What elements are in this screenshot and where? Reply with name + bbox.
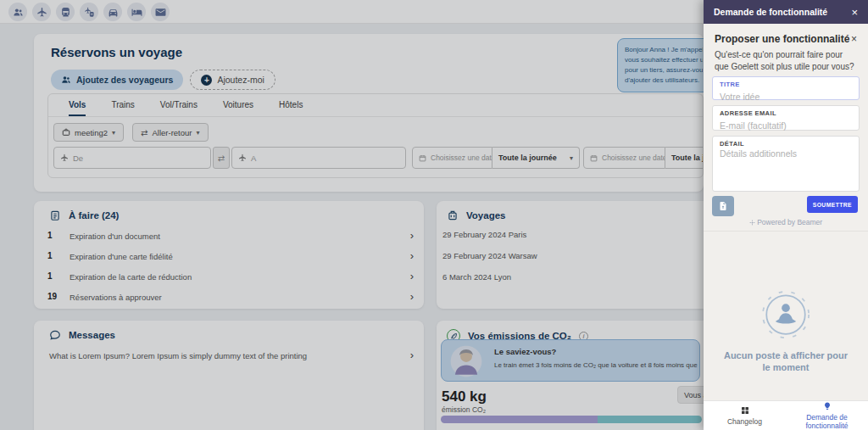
calendar-icon xyxy=(590,154,598,162)
co2-bar-train-segment xyxy=(441,416,598,423)
message-item[interactable]: What is Lorem Ipsum? Lorem Ipsum is simp… xyxy=(34,346,424,366)
co2-bar-other-segment xyxy=(598,416,702,423)
empty-state-text: Aucun poste à afficher pour le moment xyxy=(721,349,851,374)
return-date-field[interactable]: Choisissez une date xyxy=(583,147,665,169)
beamer-icon xyxy=(749,220,755,226)
toolbar-hotel-button[interactable] xyxy=(127,3,146,21)
messages-title: Messages xyxy=(69,330,115,340)
swap-origin-destination-button[interactable]: ⇄ xyxy=(213,147,230,169)
return-date-placeholder: Choisissez une date xyxy=(602,154,665,162)
speech-bubble-icon xyxy=(49,329,61,341)
tab-trains[interactable]: Trains xyxy=(111,94,134,116)
panel-close-icon[interactable]: × xyxy=(851,7,858,18)
trip-purpose-value: meeting2 xyxy=(75,128,108,137)
trip-item-paris[interactable]: 29 February 2024 Paris xyxy=(442,230,526,239)
chevron-down-icon: ▾ xyxy=(570,154,573,162)
powered-by-text: Powered by Beamer xyxy=(757,218,822,226)
chevron-right-icon: › xyxy=(410,249,414,262)
detail-textarea[interactable] xyxy=(720,148,852,179)
calendar-icon xyxy=(419,154,426,162)
todo-count: 1 xyxy=(47,251,64,260)
app-root: Réservons un voyage Ajoutez des voyageur… xyxy=(0,0,868,430)
detail-field-label: DÉTAIL xyxy=(720,140,852,148)
bubble-line: pour un tiers, assurez-vous d' xyxy=(625,65,703,75)
advisor-avatar xyxy=(448,343,484,379)
return-time-value: Toute la journée xyxy=(671,154,704,162)
chevron-right-icon: › xyxy=(410,229,414,242)
message-text: What is Lorem Ipsum? Lorem Ipsum is simp… xyxy=(49,351,307,360)
chevron-right-icon: › xyxy=(410,349,414,361)
trip-item-lyon[interactable]: 6 March 2024 Lyon xyxy=(442,272,511,282)
toolbar-car-button[interactable] xyxy=(103,3,122,21)
chevron-down-icon: ▾ xyxy=(112,129,115,137)
trip-purpose-dropdown[interactable]: meeting2 ▾ xyxy=(53,123,124,142)
todo-card-header: À faire (24) xyxy=(49,209,119,221)
messages-card: Messages What is Lorem Ipsum? Lorem Ipsu… xyxy=(34,321,424,430)
transport-tabs: Vols Trains Vol/Trains Voitures Hôtels xyxy=(48,94,703,117)
add-me-label: Ajoutez-moi xyxy=(217,75,264,85)
origin-placeholder: De xyxy=(73,154,83,163)
search-form-card: Vols Trains Vol/Trains Voitures Hôtels m… xyxy=(47,93,704,178)
train-icon xyxy=(60,7,71,18)
trip-item-warsaw[interactable]: 29 February 2024 Warsaw xyxy=(442,251,537,260)
toolbar-train-button[interactable] xyxy=(56,3,75,21)
trips-card-header: Voyages xyxy=(447,209,505,221)
hotel-icon xyxy=(131,7,142,18)
toolbar-flight-train-button[interactable] xyxy=(80,3,98,21)
flight-train-icon xyxy=(84,7,95,18)
idea-icon xyxy=(822,401,832,411)
add-travelers-label: Ajoutez des voyageurs xyxy=(76,75,173,85)
car-icon xyxy=(108,7,119,18)
attach-file-button[interactable] xyxy=(712,196,734,216)
panel-bottom-tabs: Changelog Demande de fonctionnalité xyxy=(704,400,868,430)
empty-state-meditation-icon xyxy=(756,285,815,344)
origin-field[interactable]: De xyxy=(53,147,211,169)
co2-card: Vos émissions de CO₂ i Le saviez-vous? L… xyxy=(437,321,704,430)
email-input[interactable] xyxy=(720,120,852,131)
trip-direction-dropdown[interactable]: ⇄ Aller-retour ▾ xyxy=(132,123,208,142)
mail-check-icon xyxy=(155,7,166,18)
tab-hotels[interactable]: Hôtels xyxy=(279,94,303,116)
todo-item-approvals[interactable]: 19 Réservations à approuver › xyxy=(34,288,424,308)
tab-vols[interactable]: Vols xyxy=(69,94,86,116)
chevron-right-icon: › xyxy=(410,290,414,303)
return-time-dropdown[interactable]: Toute la journée xyxy=(665,147,704,169)
todo-item-discount-card-expiry[interactable]: 1 Expiration de la carte de réduction › xyxy=(34,267,424,288)
tab-feature-request-label: Demande de fonctionnalité xyxy=(786,413,868,430)
panel-divider xyxy=(704,231,868,232)
toolbar-users-button[interactable] xyxy=(8,3,27,21)
add-me-button[interactable]: + Ajoutez-moi xyxy=(190,70,275,90)
todo-card: À faire (24) 1 Expiration d'un document … xyxy=(34,201,424,309)
submit-button[interactable]: SOUMETTRE xyxy=(807,196,858,213)
departure-date-field[interactable]: Choisissez une date xyxy=(412,147,492,169)
title-input[interactable] xyxy=(720,91,852,102)
toolbar-approvals-button[interactable] xyxy=(151,3,170,21)
destination-field[interactable]: A xyxy=(231,147,406,169)
tab-changelog[interactable]: Changelog xyxy=(704,401,786,430)
departure-time-dropdown[interactable]: Toute la journée ▾ xyxy=(492,147,580,169)
todo-label: Expiration d'une carte fidélité xyxy=(70,252,173,261)
tab-voitures[interactable]: Voitures xyxy=(223,94,253,116)
co2-tip-box: Le saviez-vous? Le train émet 3 fois moi… xyxy=(441,339,700,382)
tab-vol-trains[interactable]: Vol/Trains xyxy=(160,94,198,116)
swap-icon: ⇄ xyxy=(141,128,147,137)
todo-count: 1 xyxy=(47,271,64,281)
clipboard-icon xyxy=(49,209,61,221)
form-title: Proposer une fonctionnalité xyxy=(715,33,849,45)
title-field-label: TITRE xyxy=(720,81,852,88)
chevron-down-icon: ▾ xyxy=(197,129,200,137)
todo-item-loyalty-card-expiry[interactable]: 1 Expiration d'une carte fidélité › xyxy=(34,247,424,267)
tab-feature-request[interactable]: Demande de fonctionnalité xyxy=(786,401,868,430)
panel-title: Demande de fonctionnalité xyxy=(714,7,827,17)
add-travelers-button[interactable]: Ajoutez des voyageurs xyxy=(51,70,183,90)
form-close-icon[interactable]: × xyxy=(851,34,857,44)
todo-count: 19 xyxy=(47,292,64,301)
bubble-line: vous souhaitez effectuer une xyxy=(625,55,703,65)
toolbar-flight-button[interactable] xyxy=(32,3,51,21)
email-field-label: ADRESSE EMAIL xyxy=(720,109,852,117)
bubble-line: d'ajouter des utilisateurs. xyxy=(625,75,703,86)
todo-count: 1 xyxy=(47,231,64,240)
panel-header: Demande de fonctionnalité × xyxy=(704,0,868,24)
todo-item-document-expiry[interactable]: 1 Expiration d'un document › xyxy=(34,226,424,247)
todo-label: Expiration de la carte de réduction xyxy=(70,272,192,282)
